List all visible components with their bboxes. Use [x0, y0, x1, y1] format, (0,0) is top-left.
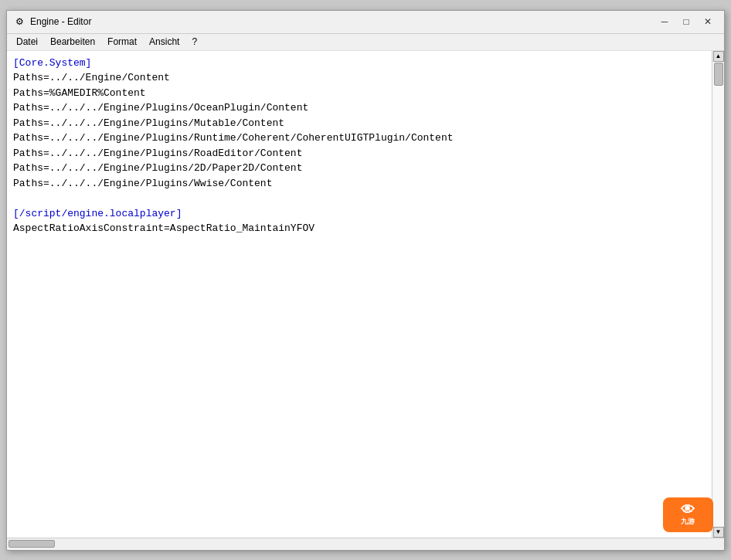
line-2: Paths=%GAMEDIR%Content	[13, 87, 146, 99]
scrollbar-thumb-vertical[interactable]	[714, 63, 723, 86]
watermark-badge: 👁 九游	[663, 497, 713, 532]
scrollbar-vertical[interactable]: ▲ ▼	[712, 51, 724, 538]
minimize-button[interactable]: ─	[654, 14, 675, 29]
window-title: Engine - Editor	[30, 16, 91, 27]
menu-bearbeiten[interactable]: Bearbeiten	[44, 35, 101, 49]
text-editor[interactable]: [Core.System] Paths=../../Engine/Content…	[7, 51, 724, 538]
line-1: Paths=../../Engine/Content	[13, 72, 170, 83]
line-5: Paths=../../../Engine/Plugins/Runtime/Co…	[13, 132, 454, 144]
watermark: 👁 九游	[661, 496, 715, 535]
editor-content: [Core.System] Paths=../../Engine/Content…	[7, 51, 724, 550]
scroll-up-button[interactable]: ▲	[713, 51, 724, 62]
close-button[interactable]: ✕	[698, 14, 718, 29]
scrollbar-thumb-horizontal[interactable]	[8, 540, 55, 548]
scrollbar-track-vertical[interactable]	[712, 62, 724, 527]
section-core-system: [Core.System]	[13, 57, 91, 69]
line-8: Paths=../../../Engine/Plugins/Wwise/Cont…	[13, 178, 272, 189]
line-7: Paths=../../../Engine/Plugins/2D/Paper2D…	[13, 162, 302, 174]
scrollbar-horizontal[interactable]	[7, 538, 724, 550]
window-icon: ⚙	[13, 15, 26, 28]
section-localplayer: [/script/engine.localplayer]	[13, 208, 182, 219]
line-11: AspectRatioAxisConstraint=AspectRatio_Ma…	[13, 222, 314, 234]
main-window: ⚙ Engine - Editor ─ □ ✕ Datei Bearbeiten…	[6, 10, 725, 551]
menu-ansicht[interactable]: Ansicht	[143, 35, 185, 49]
menu-format[interactable]: Format	[101, 35, 143, 49]
line-6: Paths=../../../Engine/Plugins/RoadEditor…	[13, 148, 302, 159]
menu-bar: Datei Bearbeiten Format Ansicht ?	[7, 34, 724, 51]
title-bar: ⚙ Engine - Editor ─ □ ✕	[7, 11, 724, 34]
watermark-face-icon: 👁	[681, 503, 695, 517]
maximize-button[interactable]: □	[676, 14, 696, 29]
line-3: Paths=../../../Engine/Plugins/OceanPlugi…	[13, 102, 308, 114]
line-4: Paths=../../../Engine/Plugins/Mutable/Co…	[13, 117, 284, 129]
title-bar-controls: ─ □ ✕	[654, 14, 718, 29]
menu-help[interactable]: ?	[185, 35, 203, 49]
menu-datei[interactable]: Datei	[10, 35, 44, 49]
title-bar-left: ⚙ Engine - Editor	[13, 15, 91, 28]
watermark-text: 九游	[681, 517, 695, 527]
